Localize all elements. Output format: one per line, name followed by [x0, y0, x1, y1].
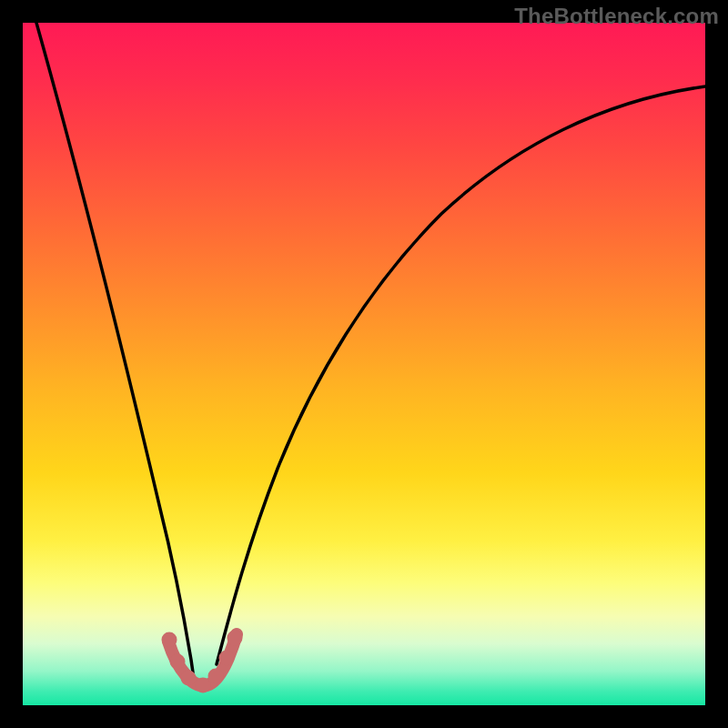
plot-area: [23, 23, 705, 705]
marker-dot: [170, 654, 186, 670]
marker-dot: [228, 631, 243, 646]
marker-dot: [162, 632, 177, 648]
chart-frame: TheBottleneck.com: [0, 0, 728, 728]
bottleneck-curve-left: [36, 23, 193, 672]
marker-dot: [181, 671, 197, 686]
chart-svg: [23, 23, 705, 705]
marker-dot: [196, 678, 211, 693]
marker-dot: [219, 651, 235, 666]
bottleneck-curve-right: [217, 86, 705, 664]
watermark-text: TheBottleneck.com: [514, 4, 719, 29]
marker-dot: [208, 669, 224, 684]
